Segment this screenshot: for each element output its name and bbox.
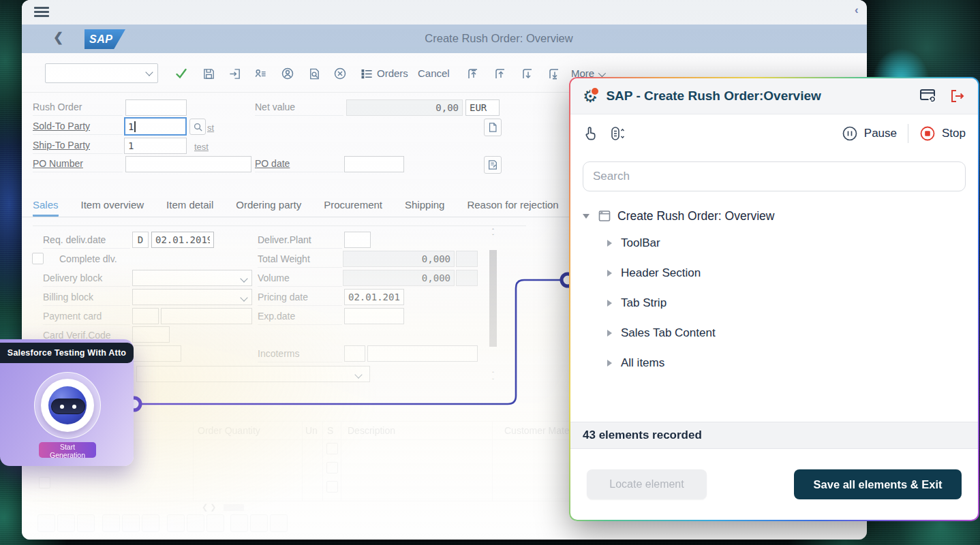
panel-footer: Locate element Save all elements & Exit [570,449,978,520]
faded-toolbar-icon[interactable] [187,514,204,532]
pause-button[interactable]: Pause [842,125,897,142]
po-number-label[interactable]: PO Number [33,158,123,172]
person-icon[interactable] [279,65,296,82]
bottom-dropdown[interactable] [136,366,370,382]
po-date-label[interactable]: PO date [255,158,343,172]
my-documents-icon[interactable] [484,156,502,174]
collapse-chevron-icon[interactable]: ‹ [855,3,859,17]
faded-toolbar-icon[interactable] [102,514,120,532]
copy-document-icon[interactable] [484,119,502,136]
faded-toolbar-icon[interactable] [77,514,95,532]
po-number-input[interactable] [125,156,251,172]
payment-card-number-input[interactable] [161,308,252,324]
save-all-elements-button[interactable]: Save all elements & Exit [794,469,962,499]
tab-ordering-party[interactable]: Ordering party [236,196,301,217]
first-page-icon[interactable] [465,65,481,82]
sold-to-suffix-text: st [207,123,214,133]
cancel-button[interactable]: Cancel [418,67,450,79]
exit-recorder-icon[interactable] [949,88,966,104]
faded-toolbar-icon[interactable] [57,514,75,532]
page-up-icon[interactable] [492,65,508,82]
search-input[interactable] [583,161,966,191]
stop-button[interactable]: Stop [919,125,966,142]
tab-sales[interactable]: Sales [33,196,59,217]
payment-card-type-input[interactable] [132,308,159,324]
incoterms-location-input[interactable] [367,345,478,362]
scroll-capture-icon[interactable] [609,125,626,142]
sales-vertical-scrollbar[interactable]: ˆˇ ˆ ˇ [488,228,498,385]
cancel-circle-icon[interactable] [332,65,348,82]
back-chevron-icon[interactable]: ❮ [53,30,63,45]
faded-toolbar-icon[interactable] [122,514,140,532]
caret-right-icon[interactable] [607,240,612,247]
po-date-input[interactable] [344,156,404,172]
currency-field[interactable] [465,99,500,116]
faded-toolbar-icon[interactable] [37,514,55,532]
partner-list-icon[interactable] [252,65,269,82]
req-deliv-type-input[interactable] [132,232,149,248]
rush-order-input[interactable] [125,99,187,116]
exit-icon[interactable] [226,65,243,82]
save-icon[interactable] [200,65,217,82]
page-down-icon[interactable] [519,65,536,82]
incoterms-code-input[interactable] [344,345,365,362]
scrollbar-thumb[interactable] [489,250,497,347]
faded-toolbar-icon[interactable] [230,514,248,532]
caret-right-icon[interactable] [607,300,612,307]
orders-button[interactable]: Orders [377,67,408,79]
hscroll-thumb[interactable] [224,504,244,511]
window-top-strip: ‹ [22,0,867,25]
orders-list-icon[interactable] [358,65,375,82]
hamburger-menu-icon[interactable] [34,7,49,18]
value-help-search-icon[interactable] [189,119,206,135]
tab-item-overview[interactable]: Item overview [81,196,144,217]
tab-procurement[interactable]: Procurement [324,196,382,217]
exp-date-input[interactable] [344,308,404,324]
document-search-icon[interactable] [306,65,322,82]
row-checkbox[interactable] [326,481,338,493]
billing-block-dropdown[interactable] [132,289,252,305]
row-checkbox[interactable] [326,462,338,473]
enter-check-icon[interactable] [173,65,189,82]
ship-to-party-label[interactable]: Ship-To Party [33,140,123,154]
caret-right-icon[interactable] [607,270,612,277]
tree-item-sales-tab-content[interactable]: Sales Tab Content [583,318,966,348]
sold-to-party-input[interactable]: 1 [124,117,187,136]
sales-panel-divider [33,225,526,226]
faded-toolbar-icon[interactable] [206,514,224,532]
start-generation-button[interactable]: Start Generation [39,442,96,458]
row-select-checkbox[interactable] [39,477,50,488]
caret-right-icon[interactable] [607,360,612,367]
faded-toolbar-icon[interactable] [142,514,159,532]
tab-reason-for-rejection[interactable]: Reason for rejection [467,196,558,217]
tree-item-tab-strip[interactable]: Tab Strip [583,288,966,318]
delivery-block-dropdown[interactable] [132,270,252,286]
complete-dlv-checkbox[interactable] [32,253,44,264]
ship-to-party-input[interactable] [124,138,187,154]
payment-card-extra-input[interactable] [132,345,181,362]
tree-root-create-rush-order[interactable]: Create Rush Order: Overview [583,204,966,228]
card-verif-code-input[interactable] [132,326,170,343]
tree-item-toolbar[interactable]: ToolBar [583,228,966,258]
faded-toolbar-icon[interactable] [250,514,268,532]
caret-right-icon[interactable] [607,330,612,337]
restore-window-icon[interactable] [919,88,938,104]
hand-click-icon[interactable] [583,125,598,142]
tree-item-all-items[interactable]: All items [583,348,966,378]
faded-toolbar-icon[interactable] [270,514,288,532]
faded-toolbar-icon[interactable] [167,514,185,532]
command-combobox[interactable] [45,63,158,83]
hscroll-left-arrow[interactable]: ❮ ❯ [202,503,217,512]
sold-to-party-label[interactable]: Sold-To Party [33,121,123,135]
caret-down-icon[interactable] [583,214,589,219]
tab-shipping[interactable]: Shipping [405,196,444,217]
deliver-plant-input[interactable] [344,232,371,248]
tree-item-header-section[interactable]: Header Section [583,258,966,288]
last-page-icon[interactable] [546,65,562,82]
tab-item-detail[interactable]: Item detail [166,196,213,217]
pricing-date-input[interactable] [344,289,404,305]
locate-element-button[interactable]: Locate element [587,469,707,499]
robot-avatar [34,372,101,439]
row-checkbox[interactable] [326,443,338,454]
req-deliv-date-input[interactable] [151,232,214,248]
